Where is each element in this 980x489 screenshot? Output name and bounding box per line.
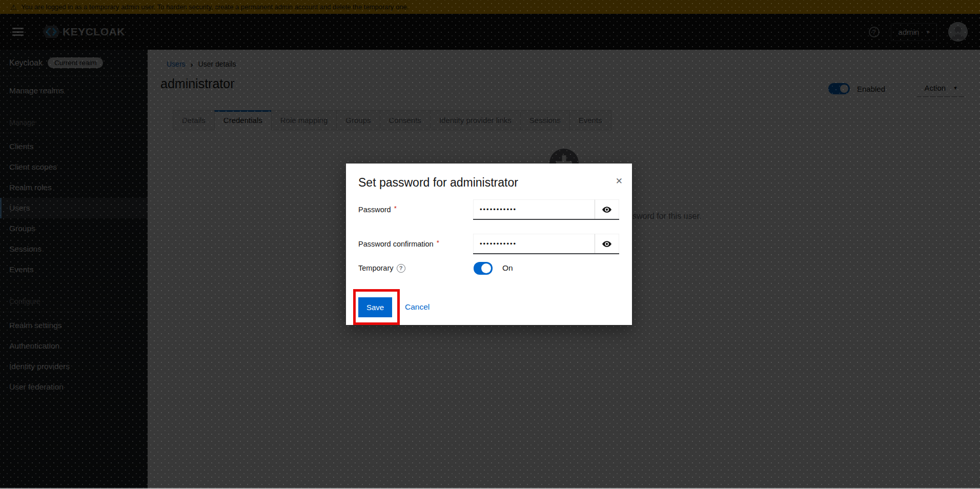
save-button[interactable]: Save [358,297,392,317]
cancel-button[interactable]: Cancel [405,302,430,312]
password-confirmation-input-group [473,234,619,254]
password-confirmation-visibility-toggle[interactable] [595,234,619,253]
temporary-label: Temporary ? [358,264,473,273]
password-input-group [473,199,619,220]
password-visibility-toggle[interactable] [595,199,619,219]
close-icon[interactable]: ✕ [616,177,623,186]
help-icon: ? [397,264,405,273]
password-confirmation-label-text: Password confirmation [358,240,434,248]
password-label-text: Password [358,206,391,214]
temporary-label-text: Temporary [358,264,394,272]
eye-icon [602,205,612,215]
password-input[interactable] [473,199,595,219]
required-asterisk: * [437,239,439,247]
modal-title: Set password for administrator [358,176,518,190]
password-confirmation-row: Password confirmation * [358,234,619,254]
temporary-state-label: On [502,263,513,273]
temporary-toggle[interactable] [474,262,493,275]
password-confirmation-label: Password confirmation * [358,240,473,248]
password-row: Password * [358,199,619,220]
password-confirmation-input[interactable] [473,234,595,253]
eye-icon [602,239,612,249]
screen: ⚠ You are logged in as a temporary admin… [0,0,980,489]
set-password-modal: Set password for administrator ✕ Passwor… [346,164,632,325]
temporary-row: Temporary ? On [358,261,619,275]
password-label: Password * [358,206,473,214]
required-asterisk: * [394,205,397,212]
